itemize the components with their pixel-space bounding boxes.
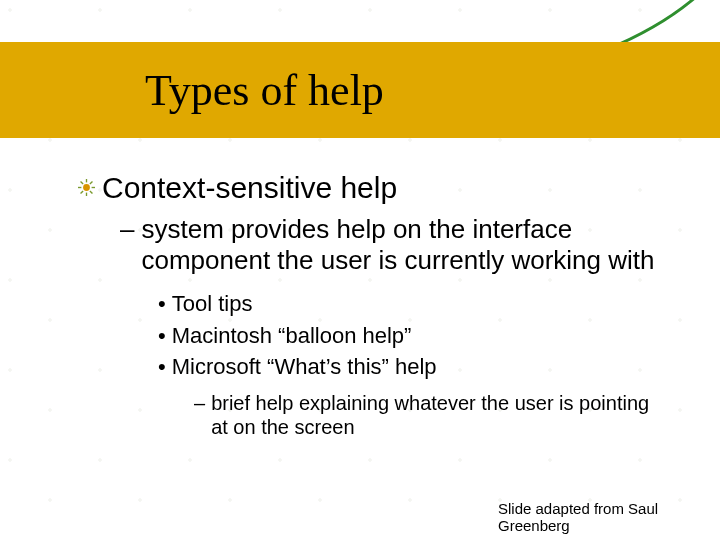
level3-item: Macintosh “balloon help”	[172, 322, 412, 350]
title-band: Types of help	[0, 42, 720, 138]
svg-line-5	[81, 182, 84, 185]
slide-title: Types of help	[145, 65, 384, 116]
svg-line-7	[90, 182, 93, 185]
dot-bullet: •	[158, 353, 166, 381]
level3-item: Microsoft “What’s this” help	[172, 353, 437, 381]
level1-heading: Context-sensitive help	[102, 170, 397, 206]
sun-bullet-icon	[78, 179, 95, 196]
bullet-level3: • Tool tips	[158, 290, 680, 318]
bullet-level4: – brief help explaining whatever the use…	[194, 391, 680, 439]
level2-text: system provides help on the interface co…	[141, 214, 661, 276]
slide-body: Context-sensitive help – system provides…	[78, 170, 680, 439]
dot-bullet: •	[158, 290, 166, 318]
dash-bullet: –	[194, 391, 205, 439]
level3-item: Tool tips	[172, 290, 253, 318]
level4-text: brief help explaining whatever the user …	[211, 391, 671, 439]
bullet-level2: – system provides help on the interface …	[120, 214, 680, 276]
svg-line-6	[90, 191, 93, 194]
slide-attribution: Slide adapted from Saul Greenberg	[498, 500, 698, 535]
svg-point-0	[83, 184, 90, 191]
dot-bullet: •	[158, 322, 166, 350]
svg-line-8	[81, 191, 84, 194]
bullet-level1: Context-sensitive help	[78, 170, 680, 206]
dash-bullet: –	[120, 214, 134, 276]
bullet-level3: • Macintosh “balloon help”	[158, 322, 680, 350]
bullet-level3: • Microsoft “What’s this” help	[158, 353, 680, 381]
